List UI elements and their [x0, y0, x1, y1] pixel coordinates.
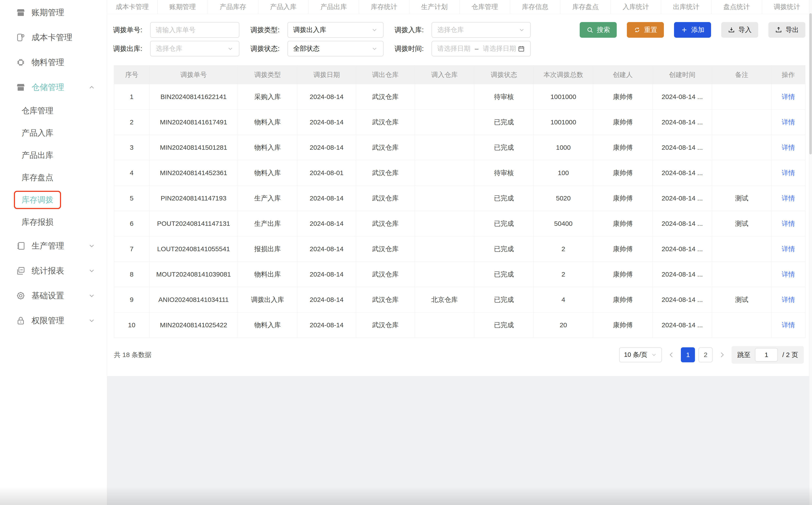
- sidebar-subitem-stock-loss[interactable]: 库存报损: [0, 211, 107, 233]
- detail-link[interactable]: 详情: [782, 194, 795, 202]
- cell-no: MIN202408141025422: [149, 313, 238, 338]
- search-button[interactable]: 搜索: [580, 22, 617, 38]
- cell-seq: 6: [114, 211, 150, 236]
- detail-link[interactable]: 详情: [782, 321, 795, 329]
- sidebar-item-billing-period[interactable]: 账期管理: [0, 0, 107, 25]
- cell-to: [415, 160, 474, 186]
- transfer-in-placeholder: 选择仓库: [437, 25, 464, 34]
- cell-action: 详情: [771, 287, 805, 313]
- export-button[interactable]: 导出: [768, 22, 805, 38]
- sidebar-subitem-product-inbound[interactable]: 产品入库: [0, 122, 107, 144]
- sidebar-item-settings[interactable]: 基础设置: [0, 283, 107, 308]
- page-size-select[interactable]: 10 条/页: [619, 347, 662, 362]
- jump-page-input[interactable]: [755, 348, 778, 362]
- cell-remark: 测试: [712, 186, 771, 211]
- cell-to: [415, 110, 474, 135]
- scrollbar[interactable]: [809, 0, 812, 505]
- tab-warehouse-mgmt[interactable]: 仓库管理: [460, 0, 510, 14]
- cell-created: 2024-08-14 ...: [652, 287, 712, 313]
- tab-stock-check[interactable]: 库存盘点: [560, 0, 611, 14]
- tab-transfer-stats[interactable]: 调拨统计: [762, 0, 812, 14]
- tab-production-plan[interactable]: 生产计划: [409, 0, 460, 14]
- detail-link[interactable]: 详情: [782, 220, 795, 227]
- sidebar-item-warehouse[interactable]: 仓储管理: [0, 75, 107, 100]
- import-button[interactable]: 导入: [721, 22, 758, 38]
- sidebar-item-reports[interactable]: 统计报表: [0, 258, 107, 283]
- cell-creator: 康帅傅: [593, 287, 653, 313]
- chevron-up-icon: [88, 83, 95, 91]
- detail-link[interactable]: 详情: [782, 271, 795, 278]
- detail-link[interactable]: 详情: [782, 93, 795, 100]
- transfer-status-value: 全部状态: [293, 44, 320, 53]
- tab-product-stock[interactable]: 产品库存: [208, 0, 258, 14]
- shop-icon: [16, 82, 26, 93]
- cell-qty: 2: [534, 262, 593, 287]
- tab-stock-stats[interactable]: 库存统计: [359, 0, 410, 14]
- detail-link[interactable]: 详情: [782, 169, 795, 176]
- scrollbar-thumb[interactable]: [809, 13, 812, 154]
- sidebar-subitem-stock-check[interactable]: 库存盘点: [0, 166, 107, 189]
- tab-stock-info[interactable]: 库存信息: [510, 0, 560, 14]
- transfer-time-range[interactable]: 请选择日期 – 请选择日期: [432, 41, 531, 56]
- sidebar-item-permissions[interactable]: 权限管理: [0, 308, 107, 333]
- cost-card-icon: [16, 32, 26, 42]
- cell-no: ANIO202408141034111: [149, 287, 238, 313]
- sidebar-item-label: 成本卡管理: [31, 32, 72, 43]
- cell-action: 详情: [771, 186, 805, 211]
- transfer-out-label: 调拨出库:: [113, 44, 150, 53]
- column-header: 调入仓库: [415, 65, 474, 84]
- cell-qty: 1000: [534, 135, 593, 160]
- sidebar-item-materials[interactable]: 物料管理: [0, 50, 107, 75]
- prev-page-button[interactable]: [667, 351, 675, 359]
- tab-inbound-stats[interactable]: 入库统计: [611, 0, 661, 14]
- sidebar-subitem-stock-transfer[interactable]: 库存调拨: [0, 189, 107, 211]
- cell-type: 报损出库: [238, 236, 297, 262]
- chevron-down-icon: [88, 317, 95, 324]
- detail-link[interactable]: 详情: [782, 119, 795, 126]
- cell-status: 已完成: [474, 313, 534, 338]
- detail-link[interactable]: 详情: [782, 245, 795, 252]
- tab-billing[interactable]: 账期管理: [158, 0, 208, 14]
- sidebar-subitem-product-outbound[interactable]: 产品出库: [0, 144, 107, 166]
- table-header-row: 序号调拨单号调拨类型调拨日期调出仓库调入仓库调拨状态本次调拨总数创建人创建时间备…: [114, 65, 805, 84]
- sidebar-item-production[interactable]: 生产管理: [0, 233, 107, 258]
- cell-created: 2024-08-14 ...: [652, 186, 712, 211]
- cell-type: 物料入库: [238, 110, 297, 135]
- transfer-type-select[interactable]: 调拨出入库: [287, 22, 383, 38]
- cell-action: 详情: [771, 110, 805, 135]
- detail-link[interactable]: 详情: [782, 296, 795, 303]
- chevron-down-icon: [371, 45, 378, 52]
- filter-row-2: 调拨出库: 选择仓库 调拨状态: 全部状态: [113, 41, 805, 56]
- tab-cost-card[interactable]: 成本卡管理: [107, 0, 158, 14]
- tab-product-outbound[interactable]: 产品出库: [309, 0, 359, 14]
- transfer-in-select[interactable]: 选择仓库: [432, 22, 531, 38]
- tab-check-stats[interactable]: 盘点统计: [712, 0, 762, 14]
- chevron-down-icon: [371, 27, 378, 33]
- page-button-2[interactable]: 2: [699, 347, 713, 362]
- reset-button[interactable]: 重置: [627, 22, 664, 38]
- add-button[interactable]: 添加: [674, 22, 711, 38]
- tab-product-inbound[interactable]: 产品入库: [258, 0, 309, 14]
- page-button-1[interactable]: 1: [681, 347, 695, 362]
- cell-no: POUT202408141147131: [149, 211, 238, 236]
- cell-from: 武汉仓库: [356, 236, 415, 262]
- next-page-button[interactable]: [718, 351, 726, 359]
- transfer-no-input[interactable]: [156, 26, 234, 34]
- transfer-out-select[interactable]: 选择仓库: [150, 41, 239, 56]
- cell-creator: 康帅傅: [593, 135, 653, 160]
- transfer-no-label: 调拨单号:: [113, 25, 150, 35]
- chevron-down-icon: [518, 27, 525, 33]
- transfer-time-label: 调拨时间:: [394, 44, 432, 53]
- sidebar-item-label: 权限管理: [31, 315, 64, 326]
- transfer-in-label: 调拨入库:: [394, 25, 432, 35]
- cell-seq: 2: [114, 110, 150, 135]
- column-header: 创建时间: [652, 65, 712, 84]
- sidebar-subitem-warehouse-mgmt[interactable]: 仓库管理: [0, 100, 107, 122]
- detail-link[interactable]: 详情: [782, 144, 795, 151]
- transfer-status-select[interactable]: 全部状态: [287, 41, 383, 56]
- table-row: 2MIN202408141617491物料入库2024-08-14武汉仓库已完成…: [114, 110, 805, 135]
- tab-outbound-stats[interactable]: 出库统计: [661, 0, 712, 14]
- cell-seq: 7: [114, 236, 150, 262]
- sidebar-item-cost-card[interactable]: 成本卡管理: [0, 25, 107, 50]
- cell-action: 详情: [771, 84, 805, 110]
